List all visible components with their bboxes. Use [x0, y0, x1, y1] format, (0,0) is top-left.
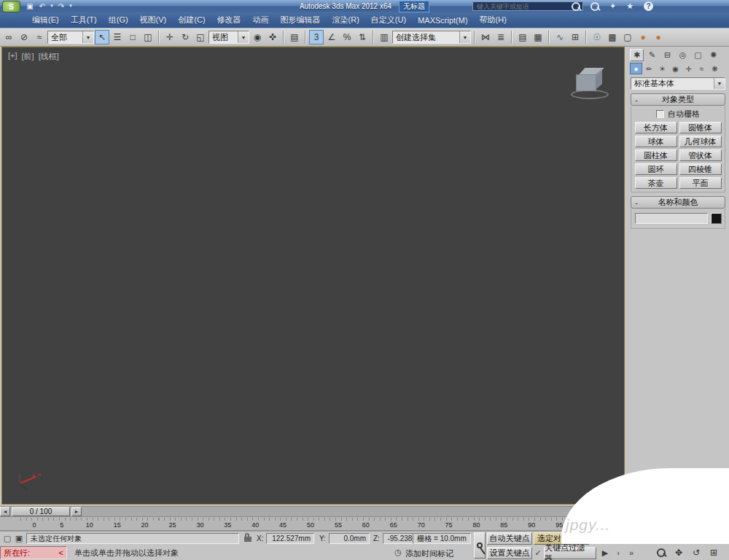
menu-group[interactable]: 组(G)	[103, 12, 134, 28]
menu-tools[interactable]: 工具(T)	[65, 12, 103, 28]
menu-views[interactable]: 视图(V)	[134, 12, 173, 28]
next-frame-icon[interactable]: ►	[71, 507, 82, 516]
pyramid-button[interactable]: 四棱锥	[679, 163, 722, 175]
schematic-view-icon[interactable]: ⊞	[568, 30, 582, 44]
set-key-button[interactable]: 设置关键点	[487, 547, 532, 559]
menu-rendering[interactable]: 渲染(R)	[327, 12, 365, 28]
object-type-rollout-header[interactable]: - 对象类型	[631, 93, 725, 106]
viewcube[interactable]	[573, 65, 608, 101]
use-pivot-center-icon[interactable]: ◉	[250, 30, 265, 44]
communication-center-icon[interactable]: ✦	[609, 1, 616, 11]
cylinder-button[interactable]: 圆柱体	[635, 149, 677, 161]
sphere-button[interactable]: 球体	[635, 136, 677, 147]
geosphere-button[interactable]: 几何球体	[679, 136, 722, 147]
help-icon[interactable]: ?	[644, 1, 653, 11]
mirror-icon[interactable]: ⋈	[478, 30, 493, 44]
material-editor-icon[interactable]: ☉	[590, 30, 604, 44]
window-crossing-icon[interactable]: ◫	[141, 30, 155, 44]
align-icon[interactable]: ≣	[494, 30, 508, 44]
go-to-end-icon[interactable]: »	[625, 547, 637, 559]
named-selection-sets-dropdown[interactable]: 创建选择集 ▼	[392, 31, 471, 44]
category-lights-icon[interactable]: ☀	[656, 63, 668, 74]
select-and-rotate-icon[interactable]: ↻	[178, 30, 192, 44]
key-filters-button[interactable]: 关键点过滤器...	[544, 547, 596, 559]
render-iterative-icon[interactable]: ●	[651, 30, 666, 44]
tab-hierarchy[interactable]: ⊟	[660, 49, 674, 61]
selection-lock-icon[interactable]	[242, 533, 254, 545]
rectangular-selection-region-icon[interactable]: □	[125, 30, 140, 44]
render-production-icon[interactable]: ●	[636, 30, 650, 44]
graphite-ribbon-icon[interactable]: ▦	[531, 30, 545, 44]
menu-graph-editors[interactable]: 图形编辑器	[275, 12, 327, 28]
reference-coordinate-dropdown[interactable]: 视图 ▼	[208, 31, 249, 44]
selection-filter-dropdown[interactable]: 全部 ▼	[47, 31, 94, 44]
selection-lock-toggle-icon[interactable]: ▣	[13, 532, 25, 544]
angle-snap-icon[interactable]: ∠	[324, 30, 339, 44]
menu-create[interactable]: 创建(C)	[172, 12, 211, 28]
menu-help[interactable]: 帮助(H)	[474, 12, 512, 28]
viewport-pov-menu[interactable]: [前]	[22, 51, 34, 62]
select-and-move-icon[interactable]: ✛	[163, 30, 177, 44]
tab-motion[interactable]: ◎	[676, 49, 690, 61]
favorites-icon[interactable]: ★	[626, 1, 634, 11]
geometry-category-dropdown[interactable]: 标准基本体 ▼	[631, 77, 725, 90]
search-icon[interactable]	[572, 2, 580, 11]
rendered-frame-window-icon[interactable]: ▢	[620, 30, 635, 44]
set-keys-button[interactable]	[474, 532, 486, 559]
play-animation-icon[interactable]: ▶	[599, 547, 611, 559]
object-color-swatch[interactable]	[711, 213, 722, 224]
viewport-shading-menu[interactable]: [线框]	[39, 51, 59, 62]
menu-customize[interactable]: 自定义(U)	[365, 12, 412, 28]
viewport-general-menu[interactable]: [+]	[8, 51, 17, 62]
spinner-snap-icon[interactable]: ⇅	[355, 30, 370, 44]
x-coordinate-field[interactable]: 122.527mm	[266, 533, 314, 544]
category-helpers-icon[interactable]: ✛	[682, 63, 695, 74]
maxscript-mini-listener[interactable]: 所在行: <	[0, 546, 67, 559]
y-coordinate-field[interactable]: 0.0mm	[329, 533, 370, 544]
box-button[interactable]: 长方体	[635, 122, 677, 133]
percent-snap-icon[interactable]: %	[340, 30, 354, 44]
auto-key-button[interactable]: 自动关键点	[487, 532, 532, 545]
viewport-front[interactable]: [+] [前] [线框] x	[1, 47, 625, 505]
layer-manager-icon[interactable]: ▤	[515, 30, 530, 44]
unlink-selection-icon[interactable]: ⊘	[17, 30, 31, 44]
key-mode-check-icon[interactable]: ✓	[532, 547, 544, 559]
curve-editor-icon[interactable]: ∿	[553, 30, 567, 44]
viewcube-compass-ring[interactable]	[571, 90, 609, 99]
tab-modify[interactable]: ✎	[645, 49, 659, 61]
tab-utilities[interactable]: ✺	[706, 49, 720, 61]
next-frame-icon[interactable]: ›	[612, 547, 624, 559]
add-time-tag[interactable]: 添加时间标记	[405, 548, 453, 559]
previous-frame-icon[interactable]: ◄	[0, 507, 10, 516]
teapot-button[interactable]: 茶壶	[635, 177, 677, 189]
maximize-viewport-icon[interactable]: ⊞	[707, 546, 720, 559]
keyboard-shortcut-override-icon[interactable]: ▤	[287, 30, 302, 44]
category-geometry-icon[interactable]: ●	[630, 63, 642, 74]
plane-button[interactable]: 平面	[679, 177, 722, 189]
snap-toggle-3d-icon[interactable]: 3	[309, 30, 324, 44]
torus-button[interactable]: 圆环	[635, 163, 677, 175]
menu-modifiers[interactable]: 修改器	[211, 12, 247, 28]
bind-to-spacewarp-icon[interactable]: ≈	[32, 30, 47, 44]
category-spacewarps-icon[interactable]: ≈	[695, 63, 708, 74]
menu-maxscript[interactable]: MAXScript(M)	[412, 12, 473, 28]
tube-button[interactable]: 管状体	[679, 149, 722, 161]
cone-button[interactable]: 圆锥体	[679, 122, 722, 133]
tab-create[interactable]: ✱	[630, 49, 644, 61]
category-shapes-icon[interactable]: ✏	[643, 63, 655, 74]
time-slider[interactable]: ◄ 0 / 100 ►	[0, 506, 625, 517]
menu-animation[interactable]: 动画	[247, 12, 275, 28]
edit-named-selection-sets-icon[interactable]: ▥	[377, 30, 391, 44]
render-setup-icon[interactable]: ▩	[605, 30, 620, 44]
category-cameras-icon[interactable]: ◉	[669, 63, 682, 74]
select-by-name-icon[interactable]: ☰	[110, 30, 125, 44]
pan-icon[interactable]: ✥	[672, 546, 685, 559]
select-and-scale-icon[interactable]: ◱	[193, 30, 208, 44]
category-systems-icon[interactable]: ❋	[709, 63, 721, 74]
menu-edit[interactable]: 编辑(E)	[26, 12, 65, 28]
object-name-input[interactable]	[635, 213, 708, 224]
tab-display[interactable]: ▢	[691, 49, 705, 61]
viewcube-front-face[interactable]	[576, 74, 596, 91]
infocenter-search[interactable]	[472, 1, 583, 11]
track-bar[interactable]: 0 5 10 15 20 25 30 35 40 45 50 55 60 65 …	[0, 517, 625, 531]
